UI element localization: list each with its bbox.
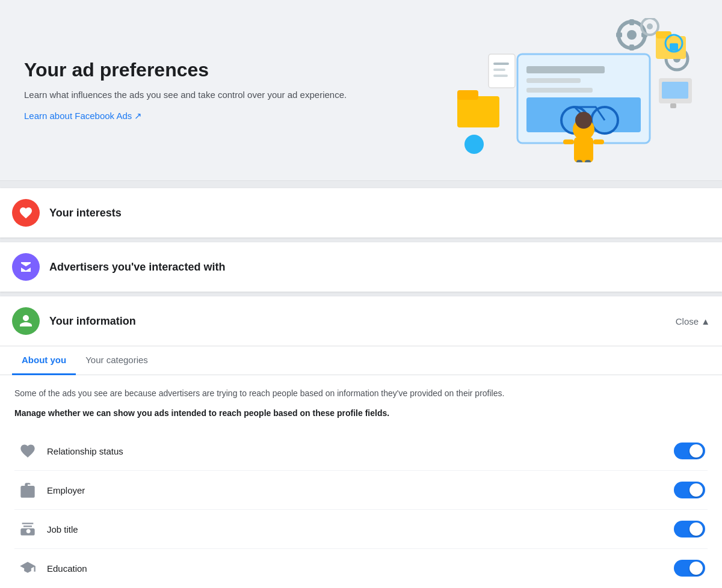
svg-rect-14 xyxy=(526,78,581,83)
svg-rect-27 xyxy=(662,82,688,99)
job-title-slider xyxy=(674,521,705,537)
svg-rect-28 xyxy=(670,103,676,108)
your-interests-card: Your interests xyxy=(0,188,722,237)
close-button[interactable]: Close ▲ xyxy=(676,316,710,326)
graduation-cap-icon xyxy=(19,560,36,577)
svg-rect-37 xyxy=(493,63,509,65)
svg-rect-15 xyxy=(526,88,593,93)
svg-point-8 xyxy=(647,23,653,29)
employer-slider xyxy=(674,482,705,498)
hero-illustration-container xyxy=(445,18,698,162)
heart-icon xyxy=(19,206,33,220)
hero-section: Your ad preferences Learn what influence… xyxy=(0,0,722,181)
close-label: Close xyxy=(676,316,699,326)
advertisers-header[interactable]: Advertisers you've interacted with xyxy=(0,242,722,292)
advertisers-card: Advertisers you've interacted with xyxy=(0,242,722,292)
hero-illustration xyxy=(445,18,698,162)
relationship-label: Relationship status xyxy=(47,446,674,456)
svg-rect-39 xyxy=(493,75,508,77)
external-link-icon: ↗ xyxy=(134,111,142,121)
education-label: Education xyxy=(47,563,674,574)
svg-rect-22 xyxy=(593,139,604,144)
employer-label: Employer xyxy=(47,485,674,495)
relationship-status-row: Relationship status xyxy=(14,432,708,471)
svg-point-35 xyxy=(464,135,484,154)
tabs-bar: About you Your categories xyxy=(0,346,722,375)
employer-row: Employer xyxy=(14,471,708,510)
svg-rect-20 xyxy=(574,137,593,162)
advertisers-icon xyxy=(12,253,40,281)
hero-description: Learn what influences the ads you see an… xyxy=(24,88,361,102)
job-title-toggle[interactable] xyxy=(674,521,705,537)
store-icon xyxy=(19,260,33,274)
education-toggle[interactable] xyxy=(674,560,705,577)
svg-rect-21 xyxy=(563,139,574,144)
tab-your-categories[interactable]: Your categories xyxy=(76,346,158,375)
your-information-card: Your information Close ▲ About you Your … xyxy=(0,296,722,588)
your-information-header[interactable]: Your information Close ▲ xyxy=(0,296,722,346)
svg-rect-38 xyxy=(493,69,505,71)
interests-icon xyxy=(12,199,40,227)
sections-list: Your interests Advertisers you've intera… xyxy=(0,181,722,588)
job-title-icon xyxy=(17,518,39,540)
svg-rect-10 xyxy=(457,90,478,100)
relationship-slider xyxy=(674,443,705,459)
information-icon xyxy=(12,307,40,335)
relationship-toggle[interactable] xyxy=(674,443,705,459)
tab-about-you[interactable]: About you xyxy=(12,346,76,375)
learn-about-ads-link-text: Learn about Facebook Ads xyxy=(24,111,132,121)
svg-rect-13 xyxy=(526,66,605,73)
heart-small-icon xyxy=(19,443,36,459)
svg-rect-9 xyxy=(457,96,499,127)
briefcase-icon xyxy=(19,482,36,498)
your-interests-header[interactable]: Your interests xyxy=(0,188,722,237)
information-title: Your information xyxy=(49,315,136,328)
interests-title: Your interests xyxy=(49,207,122,219)
education-row: Education xyxy=(14,549,708,587)
hero-text-area: Your ad preferences Learn what influence… xyxy=(24,59,361,121)
svg-rect-34 xyxy=(670,43,678,51)
svg-point-2 xyxy=(627,30,637,40)
advertisers-title: Advertisers you've interacted with xyxy=(49,261,225,274)
info-description: Some of the ads you see are because adve… xyxy=(14,387,708,400)
education-icon xyxy=(17,557,39,579)
relationship-icon xyxy=(17,440,39,462)
svg-rect-4 xyxy=(629,44,634,51)
person-badge-icon xyxy=(19,521,36,537)
employer-toggle[interactable] xyxy=(674,482,705,498)
information-expanded-content: About you Your categories Some of the ad… xyxy=(0,346,722,588)
chevron-up-icon: ▲ xyxy=(701,316,710,326)
page-wrapper: Your ad preferences Learn what influence… xyxy=(0,0,722,588)
svg-rect-3 xyxy=(629,19,634,25)
person-icon xyxy=(19,314,33,328)
svg-rect-5 xyxy=(616,32,622,37)
employer-icon xyxy=(17,479,39,501)
info-bold-text: Manage whether we can show you ads inten… xyxy=(14,407,708,420)
svg-point-23 xyxy=(575,112,592,129)
hero-title: Your ad preferences xyxy=(24,59,361,81)
learn-about-ads-link[interactable]: Learn about Facebook Ads ↗ xyxy=(24,111,142,121)
information-content: Some of the ads you see are because adve… xyxy=(0,375,722,588)
job-title-label: Job title xyxy=(47,524,674,534)
job-title-row: Job title xyxy=(14,510,708,549)
education-slider xyxy=(674,560,705,577)
